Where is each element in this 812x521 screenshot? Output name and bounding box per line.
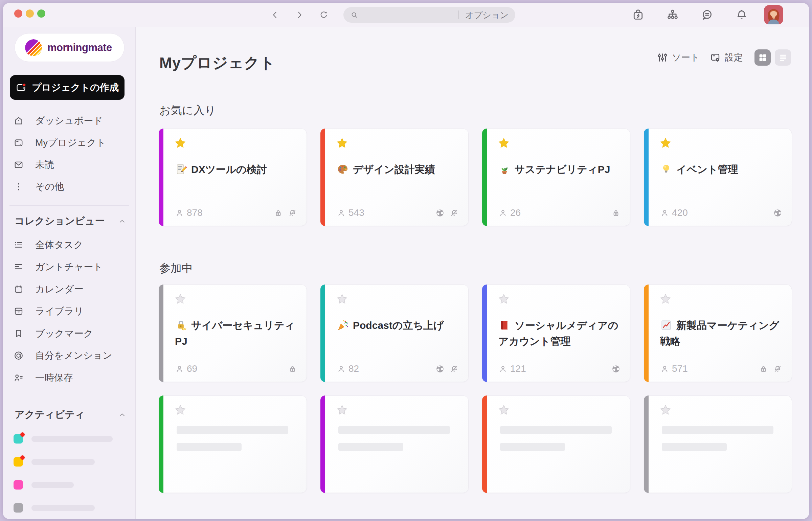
activity-item-2[interactable] (3, 450, 135, 473)
search-bar[interactable]: オプション (343, 7, 515, 23)
card-footer: 121 (498, 363, 621, 374)
person-icon (498, 364, 508, 373)
sidebar-item-all-tasks[interactable]: 全体タスク (3, 234, 135, 256)
globe-icon (773, 208, 782, 218)
brand-logo[interactable]: morningmate (15, 33, 125, 62)
sidebar-item-bookmarks[interactable]: ブックマーク (3, 322, 135, 345)
card-podcast-launch[interactable]: Podcastの立ち上げ 82 (320, 285, 469, 382)
collection-view-list: 全体タスク ガントチャート カレンダー ライブラリ ブックマーク 自分をメンショ… (3, 234, 135, 389)
sidebar-item-drafts[interactable]: 一時保存 (3, 367, 135, 389)
palette-icon (337, 163, 349, 175)
favorite-star-icon[interactable] (659, 293, 672, 305)
activity-item-4[interactable] (3, 496, 135, 519)
reload-button[interactable] (319, 8, 329, 22)
favorite-star-icon[interactable] (498, 293, 510, 305)
card-marketing-strategy[interactable]: 新製品マーケティング戦略 571 (644, 285, 792, 382)
favorite-star-icon[interactable] (336, 137, 348, 149)
participating-section-title: 参加中 (159, 261, 193, 276)
activity-skeleton-bar (31, 459, 95, 465)
skeleton-bar (177, 426, 288, 434)
user-avatar[interactable] (764, 5, 783, 24)
zoom-button[interactable] (37, 9, 45, 18)
favorite-star-icon[interactable] (659, 404, 672, 416)
favorite-star-icon[interactable] (174, 137, 186, 149)
collection-view-header[interactable]: コレクションビュー (15, 215, 127, 227)
project-title: DXツールの検討 (175, 161, 300, 177)
sidebar-item-mentions-me[interactable]: 自分をメンション (3, 345, 135, 367)
card-placeholder-2[interactable] (320, 395, 469, 493)
memo-icon (175, 163, 187, 175)
favorite-star-icon[interactable] (336, 293, 348, 305)
member-count: 543 (337, 207, 364, 218)
close-button[interactable] (14, 9, 22, 18)
card-cybersecurity-pj[interactable]: サイバーセキュリティPJ 69 (159, 285, 307, 382)
forward-button[interactable] (294, 8, 304, 22)
main-content: Myプロジェクト ソート 設定 お気に入り DXツールの検討 (136, 27, 809, 519)
card-social-media[interactable]: ソーシャルメディアのアカウント管理 121 (482, 285, 630, 382)
favorite-star-icon[interactable] (498, 137, 510, 149)
store-button[interactable] (631, 7, 646, 22)
card-placeholder-1[interactable] (159, 395, 307, 493)
sidebar-item-more[interactable]: その他 (3, 176, 135, 198)
org-chart-button[interactable] (665, 7, 680, 22)
activity-skeleton-bar (31, 482, 74, 488)
card-badges (773, 208, 782, 218)
member-count: 121 (498, 363, 526, 374)
project-color-stripe (159, 285, 163, 382)
favorite-star-icon[interactable] (174, 293, 186, 305)
notifications-button[interactable] (734, 7, 749, 22)
chevron-up-icon[interactable] (118, 410, 127, 419)
search-options-label[interactable]: オプション (465, 9, 509, 21)
favorite-star-icon[interactable] (174, 404, 186, 416)
favorite-star-icon[interactable] (336, 404, 348, 416)
sliders-icon (657, 52, 668, 63)
lock-icon (759, 364, 768, 373)
chevron-right-icon (295, 10, 304, 20)
settings-button[interactable]: 設定 (710, 51, 743, 64)
project-title: サステナビリティPJ (498, 161, 624, 177)
card-footer: 69 (175, 363, 297, 374)
activity-item-3[interactable] (3, 473, 135, 496)
favorite-star-icon[interactable] (659, 137, 672, 149)
list-view-button[interactable] (775, 49, 791, 66)
member-count: 878 (175, 207, 203, 218)
sidebar-item-gantt[interactable]: ガントチャート (3, 256, 135, 278)
project-color-stripe (482, 129, 487, 226)
back-button[interactable] (270, 8, 280, 22)
card-dx-tool-review[interactable]: DXツールの検討 878 (159, 129, 307, 226)
sidebar-item-my-projects[interactable]: Myプロジェクト (3, 132, 135, 154)
project-color-stripe (644, 129, 649, 226)
participating-grid: サイバーセキュリティPJ 69 Podcastの立ち上げ 82 (159, 285, 792, 382)
list-view-icon (779, 53, 788, 62)
sidebar-item-dashboard[interactable]: ダッシュボード (3, 110, 135, 132)
project-title: ソーシャルメディアのアカウント管理 (498, 317, 624, 349)
favorite-star-icon[interactable] (498, 404, 510, 416)
sort-button[interactable]: ソート (657, 51, 700, 64)
app-window: オプション (3, 3, 809, 519)
activity-header[interactable]: アクティビティ (15, 409, 127, 421)
bell-off-icon (288, 208, 297, 218)
card-placeholder-4[interactable] (644, 395, 792, 493)
activity-avatar (14, 503, 23, 513)
card-sustainability-pj[interactable]: サステナビリティPJ 26 (482, 129, 630, 226)
card-design-results[interactable]: デザイン設計実績 543 (320, 129, 469, 226)
member-count: 69 (175, 363, 197, 374)
kebab-icon (14, 182, 24, 192)
activity-item-1[interactable] (3, 427, 135, 450)
globe-icon (611, 364, 621, 373)
minimize-button[interactable] (26, 9, 34, 18)
sidebar-menu: ダッシュボード Myプロジェクト 未読 その他 (3, 110, 135, 198)
nav-buttons (270, 8, 329, 22)
card-placeholder-3[interactable] (482, 395, 630, 493)
sidebar-item-calendar[interactable]: カレンダー (3, 278, 135, 300)
grid-view-button[interactable] (754, 49, 771, 66)
create-project-button[interactable]: プロジェクトの作成 (10, 75, 125, 100)
chat-button[interactable] (700, 7, 715, 22)
sidebar-item-library[interactable]: ライブラリ (3, 300, 135, 323)
card-footer: 878 (175, 207, 297, 218)
sidebar-item-unread[interactable]: 未読 (3, 154, 135, 176)
chevron-up-icon[interactable] (118, 217, 127, 226)
card-event-management[interactable]: イベント管理 420 (644, 129, 792, 226)
skeleton-bar (338, 426, 450, 434)
search-input[interactable] (358, 10, 458, 20)
